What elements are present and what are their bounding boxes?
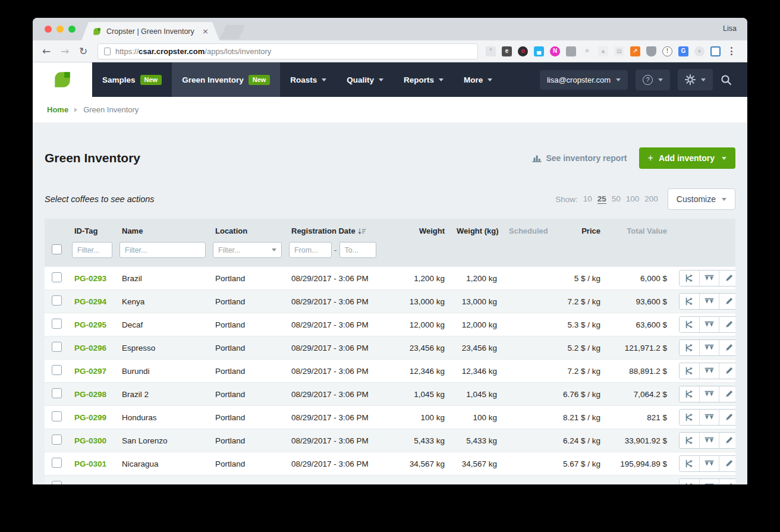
settings-menu[interactable]	[678, 69, 713, 90]
edit-button[interactable]	[719, 479, 735, 484]
row-checkbox[interactable]	[52, 342, 62, 352]
back-icon[interactable]: ←	[40, 45, 53, 57]
new-tab-button[interactable]	[219, 25, 245, 39]
ext-analytics-icon[interactable]: ↗	[630, 46, 640, 56]
row-checkbox[interactable]	[52, 365, 62, 375]
weigh-scale-button[interactable]	[699, 363, 719, 379]
see-inventory-report-link[interactable]: See inventory report	[532, 153, 627, 163]
edit-button[interactable]	[719, 363, 735, 379]
forward-icon[interactable]: →	[58, 45, 71, 57]
row-checkbox[interactable]	[52, 435, 62, 445]
user-menu[interactable]: lisa@cropster.com	[540, 70, 628, 90]
reload-icon[interactable]: ↻	[77, 45, 90, 57]
ext-camera-icon[interactable]: o	[518, 46, 528, 56]
weigh-scale-button[interactable]	[699, 479, 719, 484]
row-checkbox[interactable]	[52, 272, 62, 282]
row-id-tag-link[interactable]: PG-0298	[74, 390, 106, 399]
row-id-tag-link[interactable]: PG-0270	[74, 483, 106, 484]
row-id-tag-link[interactable]: PG-0300	[74, 436, 106, 445]
row-checkbox[interactable]	[52, 481, 62, 484]
ext-faded-plant-icon[interactable]: *	[486, 46, 496, 56]
edit-button[interactable]	[719, 270, 735, 286]
edit-button[interactable]	[719, 317, 735, 332]
id-tag-filter-input[interactable]	[72, 242, 112, 258]
row-checkbox[interactable]	[52, 319, 62, 329]
browser-tab[interactable]: Cropster | Green Inventory ×	[81, 22, 219, 40]
minimize-window-button[interactable]	[56, 26, 64, 33]
zoom-window-button[interactable]	[68, 26, 76, 33]
ext-shield-icon[interactable]	[646, 46, 656, 56]
split-lot-button[interactable]	[680, 340, 699, 355]
row-id-tag-link[interactable]: PG-0301	[74, 459, 106, 468]
row-id-tag-link[interactable]: PG-0299	[74, 413, 106, 422]
row-id-tag-link[interactable]: PG-0294	[74, 297, 106, 306]
split-lot-button[interactable]	[680, 410, 699, 425]
header-price[interactable]: Price	[549, 219, 606, 241]
split-lot-button[interactable]	[680, 456, 699, 471]
ext-drive-icon[interactable]: ▲	[598, 46, 608, 56]
nav-item-more[interactable]: More	[454, 62, 502, 97]
header-total-value[interactable]: Total Value	[606, 219, 673, 241]
add-inventory-button[interactable]: + Add inventory	[639, 147, 735, 169]
tab-close-icon[interactable]: ×	[202, 27, 209, 35]
weigh-scale-button[interactable]	[699, 456, 719, 471]
row-id-tag-link[interactable]: PG-0293	[74, 274, 106, 283]
row-checkbox[interactable]	[52, 388, 62, 398]
page-size-25[interactable]: 25	[597, 194, 606, 204]
nav-item-samples[interactable]: Samples New	[92, 62, 172, 97]
weigh-scale-button[interactable]	[699, 433, 719, 448]
page-size-10[interactable]: 10	[583, 194, 592, 204]
header-weight[interactable]: Weight	[398, 219, 451, 241]
row-checkbox[interactable]	[52, 295, 62, 306]
nav-item-quality[interactable]: Quality	[336, 62, 394, 97]
weigh-scale-button[interactable]	[699, 340, 719, 355]
date-to-input[interactable]	[339, 242, 376, 258]
customize-button[interactable]: Customize	[668, 188, 735, 210]
header-location[interactable]: Location	[209, 219, 285, 241]
weigh-scale-button[interactable]	[699, 410, 719, 425]
row-checkbox[interactable]	[52, 411, 62, 421]
help-menu[interactable]: ?	[636, 70, 670, 90]
header-scheduled[interactable]: Scheduled	[503, 219, 549, 241]
weigh-scale-button[interactable]	[699, 386, 719, 402]
ext-panel-icon[interactable]: ▤	[614, 46, 624, 56]
ext-info-icon[interactable]: !	[662, 46, 672, 56]
edit-button[interactable]	[719, 386, 735, 402]
edit-button[interactable]	[719, 433, 735, 448]
split-lot-button[interactable]	[680, 386, 699, 402]
row-id-tag-link[interactable]: PG-0297	[74, 367, 106, 376]
split-lot-button[interactable]	[680, 317, 699, 332]
row-checkbox[interactable]	[52, 458, 62, 468]
nav-item-reports[interactable]: Reports	[394, 62, 454, 97]
date-from-input[interactable]	[289, 242, 332, 258]
breadcrumb-home-link[interactable]: Home	[47, 105, 68, 114]
nav-item-roasts[interactable]: Roasts	[280, 62, 336, 97]
split-lot-button[interactable]	[680, 270, 699, 286]
page-security-icon[interactable]	[104, 48, 111, 55]
cropster-logo[interactable]	[33, 62, 92, 97]
address-bar[interactable]: https://csar.cropster.com/apps/lots/inve…	[98, 43, 478, 59]
page-size-200[interactable]: 200	[644, 194, 658, 204]
ext-faded-circle-icon[interactable]: ●	[694, 46, 704, 56]
search-icon[interactable]	[721, 74, 732, 86]
ext-gray-shapes-icon[interactable]	[566, 46, 576, 56]
weigh-scale-button[interactable]	[699, 317, 719, 332]
name-filter-input[interactable]	[119, 242, 206, 258]
edit-button[interactable]	[719, 456, 735, 471]
ext-translate-icon[interactable]: G	[678, 46, 688, 56]
edit-button[interactable]	[719, 294, 735, 309]
close-window-button[interactable]	[45, 26, 52, 33]
weigh-scale-button[interactable]	[699, 294, 719, 309]
split-lot-button[interactable]	[680, 479, 699, 484]
page-size-50[interactable]: 50	[612, 194, 621, 204]
url-text[interactable]: https://csar.cropster.com/apps/lots/inve…	[115, 47, 271, 56]
select-all-checkbox[interactable]	[52, 244, 62, 254]
header-weight-kg[interactable]: Weight (kg)	[451, 219, 503, 241]
ext-screenshot-icon[interactable]: ▄	[534, 46, 544, 56]
ext-evernote-icon[interactable]: e	[502, 46, 512, 56]
row-id-tag-link[interactable]: PG-0295	[74, 320, 106, 329]
split-lot-button[interactable]	[680, 363, 699, 379]
edit-button[interactable]	[719, 340, 735, 355]
page-size-100[interactable]: 100	[626, 194, 640, 204]
ext-capture-icon[interactable]	[710, 46, 721, 56]
